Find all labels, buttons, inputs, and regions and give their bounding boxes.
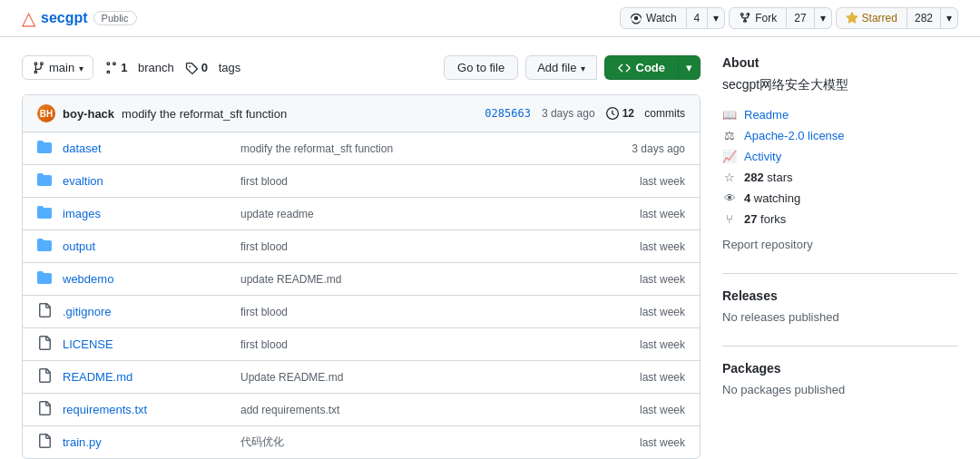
packages-title: Packages	[722, 361, 958, 376]
folder-icon	[37, 238, 55, 255]
no-releases-label: No releases published	[722, 310, 958, 324]
commit-message: modify the reformat_sft function	[122, 107, 287, 121]
file-icon	[37, 303, 52, 317]
branch-count-link[interactable]: 1 branch	[104, 61, 174, 74]
readme-link[interactable]: 📖 Readme	[722, 104, 958, 125]
file-time: 3 days ago	[632, 142, 685, 155]
folder-icon	[37, 140, 55, 157]
file-icon	[37, 401, 55, 418]
table-row[interactable]: output first blood last week	[23, 230, 700, 263]
watch-dropdown[interactable]: ▾	[708, 7, 725, 29]
watching-row: 👁 4 watching	[722, 188, 958, 209]
folder-icon	[37, 205, 52, 220]
table-row[interactable]: LICENSE first blood last week	[23, 328, 700, 361]
star-btn-group: Starred 282 ▾	[836, 7, 958, 29]
file-commit-message: modify the reformat_sft function	[226, 142, 632, 155]
sidebar-divider-2	[722, 346, 958, 347]
activity-link[interactable]: 📈 Activity	[722, 146, 958, 167]
file-icon	[37, 434, 52, 448]
file-name[interactable]: LICENSE	[63, 337, 226, 351]
table-row[interactable]: webdemo update README.md last week	[23, 263, 700, 296]
table-row[interactable]: train.py 代码优化 last week	[23, 426, 700, 458]
about-section: About secgpt网络安全大模型 📖 Readme ⚖ Apache-2.…	[722, 55, 958, 251]
file-name[interactable]: .gitignore	[63, 305, 226, 318]
content-area: main 1 branch 0 tags Go to file Add file	[0, 37, 980, 459]
file-icon	[37, 368, 52, 383]
forks-text: 27 forks	[744, 212, 786, 226]
table-row[interactable]: requirements.txt add requirements.txt la…	[23, 394, 700, 426]
add-file-group: Add file	[525, 55, 596, 80]
repo-name[interactable]: secgpt	[41, 10, 88, 26]
file-commit-message: first blood	[226, 306, 640, 318]
folder-icon	[37, 172, 52, 187]
star-count[interactable]: 282	[907, 7, 941, 29]
branch-icon	[32, 62, 44, 74]
table-row[interactable]: images update readme last week	[23, 198, 700, 230]
file-name[interactable]: output	[63, 239, 226, 253]
star-count-icon: ☆	[722, 171, 737, 184]
fork-btn-group: Fork 27 ▾	[729, 7, 831, 29]
commit-author[interactable]: boy-hack	[63, 107, 114, 121]
about-title: About	[722, 55, 958, 70]
clock-icon	[606, 107, 619, 120]
file-time: last week	[640, 175, 685, 188]
file-commit-message: 代码优化	[226, 435, 640, 450]
star-dropdown[interactable]: ▾	[941, 7, 958, 29]
file-commit-message: add requirements.txt	[226, 404, 640, 416]
report-repository-link[interactable]: Report repository	[722, 238, 813, 251]
go-to-file-button[interactable]: Go to file	[444, 55, 518, 80]
branch-bar: main 1 branch 0 tags Go to file Add file	[22, 55, 701, 80]
star-button[interactable]: Starred	[836, 7, 907, 29]
table-row[interactable]: .gitignore first blood last week	[23, 296, 700, 328]
table-row[interactable]: dataset modify the reformat_sft function…	[23, 132, 700, 165]
file-name[interactable]: requirements.txt	[63, 403, 226, 416]
file-name[interactable]: images	[63, 207, 226, 220]
commit-avatar: BH	[37, 104, 55, 122]
commit-row-left: BH boy-hack modify the reformat_sft func…	[37, 104, 287, 122]
repo-logo: △ secgpt Public	[22, 7, 137, 29]
activity-icon: 📈	[722, 150, 737, 163]
commit-sha[interactable]: 0285663	[485, 107, 531, 120]
file-name[interactable]: train.py	[63, 435, 226, 449]
watch-count[interactable]: 4	[687, 7, 709, 29]
code-dropdown[interactable]: ▾	[679, 55, 701, 80]
code-btn-group: Code ▾	[604, 55, 701, 80]
sidebar-divider-1	[722, 273, 958, 274]
fork-dropdown[interactable]: ▾	[815, 7, 832, 29]
file-commit-message: first blood	[226, 338, 640, 351]
top-nav: △ secgpt Public Watch 4 ▾ Fork 27 ▾	[0, 0, 980, 37]
main-content: main 1 branch 0 tags Go to file Add file	[22, 55, 701, 459]
fork-count-icon: ⑂	[722, 212, 737, 226]
file-time: last week	[640, 338, 685, 351]
activity-anchor[interactable]: Activity	[744, 150, 781, 163]
folder-icon	[37, 140, 52, 154]
fork-button[interactable]: Fork	[729, 7, 787, 29]
file-name[interactable]: dataset	[63, 142, 226, 155]
commit-row-right: 0285663 3 days ago 12 commits	[485, 107, 685, 120]
commits-link[interactable]: 12 commits	[606, 107, 685, 120]
tag-count-link[interactable]: 0 tags	[185, 61, 240, 74]
license-anchor[interactable]: Apache-2.0 license	[744, 129, 845, 142]
scale-icon: ⚖	[722, 129, 737, 142]
branch-selector[interactable]: main	[22, 55, 93, 80]
file-icon	[37, 336, 55, 353]
releases-title: Releases	[722, 288, 958, 303]
fork-count[interactable]: 27	[787, 7, 814, 29]
watch-button[interactable]: Watch	[620, 7, 687, 29]
commit-time: 3 days ago	[542, 107, 595, 120]
eye-count-icon: 👁	[722, 191, 737, 205]
table-row[interactable]: evaltion first blood last week	[23, 165, 700, 198]
forks-row: ⑂ 27 forks	[722, 209, 958, 230]
file-time: last week	[640, 240, 685, 253]
branch-chevron	[79, 61, 83, 74]
readme-anchor[interactable]: Readme	[744, 108, 789, 122]
file-name[interactable]: webdemo	[63, 272, 226, 286]
code-button[interactable]: Code	[604, 55, 680, 80]
add-file-button[interactable]: Add file	[525, 55, 596, 80]
file-name[interactable]: evaltion	[63, 174, 226, 188]
license-link[interactable]: ⚖ Apache-2.0 license	[722, 125, 958, 146]
table-row[interactable]: README.md Update README.md last week	[23, 361, 700, 394]
file-time: last week	[640, 273, 685, 286]
file-name[interactable]: README.md	[63, 370, 226, 384]
public-badge: Public	[93, 11, 137, 25]
